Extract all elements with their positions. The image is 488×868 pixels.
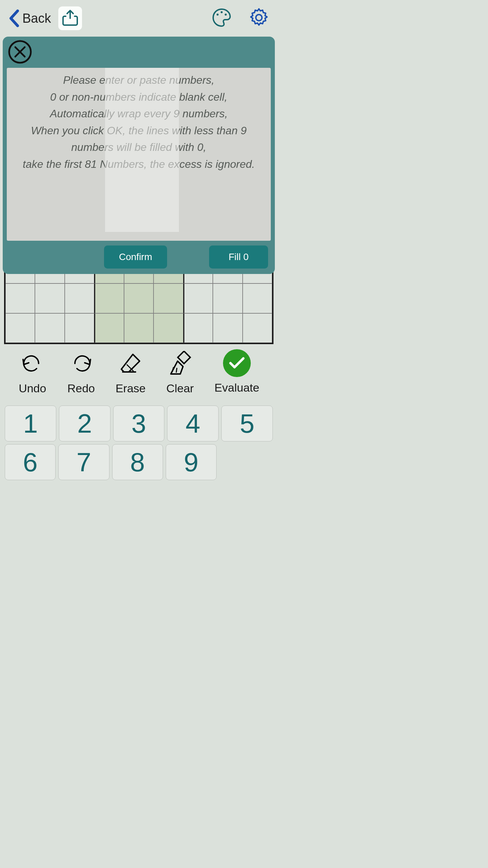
back-label: Back	[22, 11, 51, 26]
svg-rect-6	[178, 351, 190, 364]
redo-label: Redo	[67, 382, 95, 395]
numkey-9[interactable]: 9	[166, 444, 217, 480]
redo-icon	[67, 349, 95, 378]
input-placeholder: Please enter or paste numbers,0 or non-n…	[12, 72, 266, 173]
top-bar: Back	[0, 0, 278, 37]
number-pad: 1 2 3 4 5 6 7 8 9	[5, 406, 273, 483]
svg-point-1	[221, 11, 223, 13]
close-icon	[8, 40, 32, 65]
share-button[interactable]	[58, 6, 82, 30]
checkmark-icon	[223, 349, 251, 377]
clear-label: Clear	[166, 382, 194, 395]
numkey-6[interactable]: 6	[5, 444, 56, 480]
erase-button[interactable]: Erase	[116, 349, 146, 395]
broom-icon	[166, 349, 194, 378]
clear-button[interactable]: Clear	[166, 349, 194, 395]
svg-line-7	[172, 367, 174, 372]
svg-point-0	[217, 14, 219, 16]
modal-footer: Confirm Fill 0	[7, 241, 271, 270]
numkey-7[interactable]: 7	[58, 444, 109, 480]
numkey-2[interactable]: 2	[59, 406, 110, 441]
svg-point-2	[225, 14, 227, 16]
undo-label: Undo	[19, 382, 46, 395]
settings-button[interactable]	[247, 6, 271, 30]
fill-zero-button[interactable]: Fill 0	[209, 245, 268, 269]
evaluate-button[interactable]: Evaluate	[215, 349, 259, 395]
share-icon	[62, 9, 78, 27]
paste-input-area[interactable]: Please enter or paste numbers,0 or non-n…	[7, 68, 271, 241]
confirm-button[interactable]: Confirm	[104, 245, 167, 269]
eraser-icon	[116, 349, 145, 378]
palette-icon	[212, 8, 231, 29]
back-button[interactable]: Back	[7, 8, 51, 28]
close-button[interactable]	[8, 41, 32, 64]
svg-line-8	[176, 368, 177, 373]
undo-icon	[18, 349, 47, 378]
gear-icon	[249, 8, 269, 29]
chevron-left-icon	[7, 8, 22, 28]
evaluate-label: Evaluate	[215, 381, 259, 394]
undo-button[interactable]: Undo	[18, 349, 47, 395]
numkey-8[interactable]: 8	[112, 444, 163, 480]
redo-button[interactable]: Redo	[67, 349, 95, 395]
numkey-5[interactable]: 5	[221, 406, 273, 441]
svg-point-3	[256, 15, 262, 21]
numkey-1[interactable]: 1	[5, 406, 56, 441]
erase-label: Erase	[116, 382, 146, 395]
action-row: Undo Redo Erase Clear	[0, 349, 278, 395]
input-modal: Please enter or paste numbers,0 or non-n…	[3, 37, 275, 274]
numkey-4[interactable]: 4	[167, 406, 219, 441]
numkey-3[interactable]: 3	[113, 406, 165, 441]
theme-button[interactable]	[210, 6, 233, 30]
